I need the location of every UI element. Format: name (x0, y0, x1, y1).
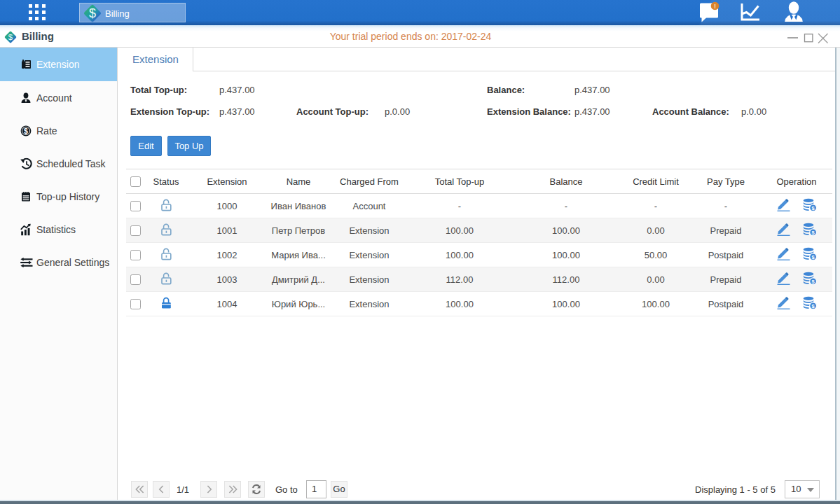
svg-text:$: $ (24, 126, 28, 134)
svg-text:$: $ (89, 6, 96, 20)
svg-text:!: ! (714, 3, 716, 10)
